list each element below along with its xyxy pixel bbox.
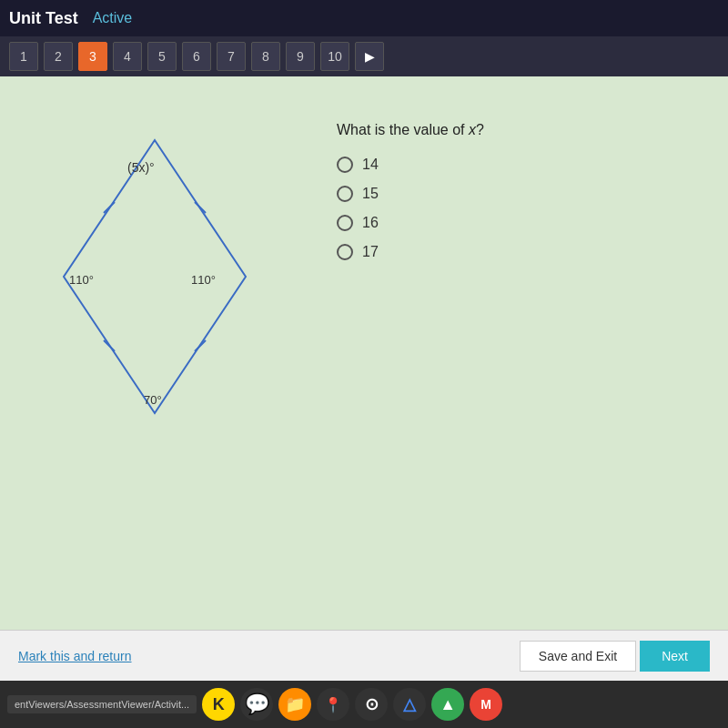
question-text: What is the value of x? [337, 122, 682, 138]
save-exit-button[interactable]: Save and Exit [520, 641, 636, 672]
option-label-14: 14 [362, 157, 379, 173]
page-title: Unit Test [9, 9, 78, 28]
option-item-17[interactable]: 17 [337, 244, 682, 260]
status-badge: Active [93, 10, 133, 26]
svg-text:110°: 110° [191, 273, 216, 287]
taskbar-maps-icon[interactable]: 📍 [317, 688, 349, 721]
svg-line-3 [104, 340, 115, 351]
nav-btn-2[interactable]: 2 [44, 42, 73, 71]
nav-btn-10[interactable]: 10 [320, 42, 349, 71]
bottom-bar: Mark this and return Save and Exit Next [0, 630, 728, 681]
svg-text:110°: 110° [69, 273, 94, 287]
taskbar: entViewers/AssessmentViewer/Activit... K… [0, 681, 728, 728]
nav-next-arrow[interactable]: ▶ [355, 42, 384, 71]
svg-line-2 [195, 202, 206, 213]
diagram-area: (5x)° 110° 110° 70° [18, 104, 309, 450]
browser-url: entViewers/AssessmentViewer/Activit... [7, 695, 197, 713]
taskbar-folder-icon[interactable]: 📁 [278, 688, 311, 721]
nav-btn-3[interactable]: 3 [78, 42, 107, 71]
radio-16[interactable] [337, 215, 353, 231]
nav-btn-8[interactable]: 8 [251, 42, 280, 71]
taskbar-gmail-icon[interactable]: M [470, 688, 502, 721]
taskbar-chat-icon[interactable]: 💬 [240, 688, 273, 721]
option-label-15: 15 [362, 186, 379, 202]
svg-text:70°: 70° [144, 393, 162, 407]
radio-17[interactable] [337, 244, 353, 260]
nav-btn-7[interactable]: 7 [217, 42, 246, 71]
taskbar-drive-icon[interactable]: △ [393, 688, 426, 721]
taskbar-chrome-icon[interactable]: ⊙ [355, 688, 388, 721]
option-label-17: 17 [362, 244, 379, 260]
svg-text:(5x)°: (5x)° [127, 160, 155, 175]
nav-btn-9[interactable]: 9 [286, 42, 315, 71]
header-bar: Unit Test Active [0, 0, 728, 36]
option-item-14[interactable]: 14 [337, 157, 682, 173]
taskbar-k-icon[interactable]: K [202, 688, 235, 721]
bottom-right-buttons: Save and Exit Next [520, 641, 710, 672]
nav-btn-1[interactable]: 1 [9, 42, 38, 71]
svg-line-4 [195, 340, 206, 351]
taskbar-green-icon[interactable]: ▲ [431, 688, 464, 721]
options-list: 14 15 16 17 [337, 157, 682, 260]
nav-btn-6[interactable]: 6 [182, 42, 211, 71]
option-item-16[interactable]: 16 [337, 215, 682, 231]
question-nav-bar: 1 2 3 4 5 6 7 8 9 10 ▶ [0, 36, 728, 76]
question-area: What is the value of x? 14 15 16 17 [309, 104, 710, 278]
nav-btn-5[interactable]: 5 [147, 42, 177, 71]
option-item-15[interactable]: 15 [337, 186, 682, 202]
mark-return-link[interactable]: Mark this and return [18, 649, 132, 663]
diamond-diagram: (5x)° 110° 110° 70° [36, 122, 273, 431]
radio-14[interactable] [337, 157, 353, 173]
option-label-16: 16 [362, 215, 379, 231]
svg-line-1 [104, 202, 115, 213]
radio-15[interactable] [337, 186, 353, 202]
main-content: (5x)° 110° 110° 70° What is the value of… [0, 76, 728, 630]
nav-btn-4[interactable]: 4 [113, 42, 142, 71]
next-button[interactable]: Next [640, 641, 710, 672]
